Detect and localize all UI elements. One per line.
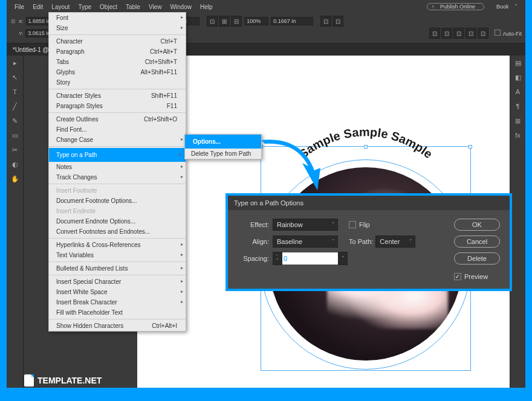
menu-file[interactable]: File bbox=[10, 4, 28, 10]
menu-item-hyperlinks[interactable]: Hyperlinks & Cross-References bbox=[49, 240, 186, 250]
menu-item-bulleted[interactable]: Bulleted & Numbered Lists bbox=[49, 263, 186, 274]
delete-button[interactable]: Delete bbox=[454, 252, 500, 265]
menu-item-breakchar[interactable]: Insert Break Character bbox=[49, 297, 186, 307]
menu-object[interactable]: Object bbox=[96, 4, 122, 10]
panel-icon[interactable]: A bbox=[510, 85, 525, 99]
type-on-path-dialog: Type on a Path Options Effect: Rainbow F… bbox=[225, 193, 512, 291]
menu-item-type-on-path[interactable]: Type on a Path bbox=[49, 148, 186, 162]
menu-item-font[interactable]: Font bbox=[49, 13, 186, 23]
ok-button[interactable]: OK bbox=[454, 219, 500, 231]
menubar: File Edit Layout Type Object Table View … bbox=[7, 0, 525, 13]
panel-icon[interactable]: ⊞ bbox=[510, 114, 525, 128]
tool[interactable]: ╱ bbox=[7, 99, 23, 114]
menu-help[interactable]: Help bbox=[196, 4, 217, 10]
effect-select[interactable]: Rainbow bbox=[273, 219, 338, 231]
tool[interactable]: ↖ bbox=[7, 70, 23, 85]
fit-icon[interactable]: ⊡ bbox=[453, 28, 464, 39]
menu-item-glyphs[interactable]: GlyphsAlt+Shift+F11 bbox=[49, 67, 186, 77]
menu-table[interactable]: Table bbox=[122, 4, 144, 10]
menu-item-convert[interactable]: Convert Footnotes and Endnotes... bbox=[49, 226, 186, 237]
panel-icon[interactable]: ¶ bbox=[510, 99, 525, 114]
document-icon bbox=[24, 374, 34, 387]
menu-item-parastyles[interactable]: Paragraph StylesF11 bbox=[49, 101, 186, 111]
flip-label: Flip bbox=[359, 221, 370, 228]
toolbar-icon[interactable]: ⊡ bbox=[332, 16, 343, 27]
toolbar-icon[interactable]: ⊞ bbox=[219, 16, 230, 27]
tool[interactable]: ▭ bbox=[7, 128, 23, 143]
menu-view[interactable]: View bbox=[144, 4, 166, 10]
book-dropdown[interactable]: Book ˅ bbox=[488, 4, 522, 10]
menu-item-hidden[interactable]: Show Hidden CharactersCtrl+Alt+I bbox=[49, 321, 186, 331]
preview-checkbox[interactable]: ✓ bbox=[454, 273, 461, 280]
menu-item-paragraph[interactable]: ParagraphCtrl+Alt+T bbox=[49, 47, 186, 57]
autofit-checkbox[interactable]: Auto-Fit bbox=[502, 31, 522, 37]
align-select[interactable]: Baseline bbox=[273, 236, 338, 248]
menu-item-endopts[interactable]: Document Endnote Options... bbox=[49, 216, 186, 226]
watermark: TEMPLATE.NET bbox=[24, 374, 102, 387]
fit-icon[interactable]: ⊡ bbox=[478, 28, 488, 39]
submenu-options[interactable]: Options... bbox=[185, 135, 261, 149]
measure-field[interactable]: 0.1667 in bbox=[271, 17, 313, 25]
menu-item-whitespace[interactable]: Insert White Space bbox=[49, 287, 186, 297]
dialog-title: Type on a Path Options bbox=[228, 196, 510, 210]
tools-panel: ▸ ↖ T ╱ ✎ ▭ ✂ ◐ ✋ bbox=[7, 56, 24, 388]
menu-item-track[interactable]: Track Changes bbox=[49, 172, 186, 182]
panel-icon[interactable]: fx bbox=[510, 128, 525, 143]
menu-window[interactable]: Window bbox=[166, 4, 196, 10]
tool[interactable]: ✎ bbox=[7, 114, 23, 128]
publish-online-button[interactable]: ↑ Publish Online bbox=[427, 3, 484, 10]
menu-item-insendnote: Insert Endnote bbox=[49, 206, 186, 216]
menu-item-footopts[interactable]: Document Footnote Options... bbox=[49, 196, 186, 206]
topath-select[interactable]: Center bbox=[375, 236, 415, 248]
tool[interactable]: ✂ bbox=[7, 143, 23, 157]
type-on-path-submenu: Options... Delete Type from Path bbox=[184, 134, 262, 159]
tool[interactable]: ✋ bbox=[7, 172, 23, 186]
panel-icon[interactable]: ▤ bbox=[510, 56, 525, 70]
menu-item-specialchar[interactable]: Insert Special Character bbox=[49, 277, 186, 287]
menu-item-outlines[interactable]: Create OutlinesCtrl+Shift+O bbox=[49, 114, 186, 124]
menu-item-insfootnote: Insert Footnote bbox=[49, 185, 186, 196]
tool[interactable]: T bbox=[7, 85, 23, 99]
panel-icon[interactable]: ◧ bbox=[510, 70, 525, 85]
menu-item-changecase[interactable]: Change Case bbox=[49, 135, 186, 145]
menu-item-character[interactable]: CharacterCtrl+T bbox=[49, 36, 186, 47]
fit-icon[interactable]: ⊡ bbox=[441, 28, 452, 39]
fit-icon[interactable]: ⊡ bbox=[429, 28, 440, 39]
menu-edit[interactable]: Edit bbox=[28, 4, 47, 10]
tutorial-arrow-icon bbox=[260, 139, 326, 193]
reference-point-icon[interactable]: ⊞ bbox=[10, 18, 16, 24]
fit-icon[interactable]: ⊡ bbox=[465, 28, 476, 39]
submenu-delete[interactable]: Delete Type from Path bbox=[185, 149, 261, 159]
type-menu-dropdown: Font Size CharacterCtrl+T ParagraphCtrl+… bbox=[48, 12, 186, 332]
menu-item-findfont[interactable]: Find Font... bbox=[49, 124, 186, 135]
spacing-input[interactable]: 0 bbox=[281, 252, 339, 265]
menu-item-textvars[interactable]: Text Variables bbox=[49, 250, 186, 260]
tool[interactable]: ▸ bbox=[7, 56, 23, 70]
spacing-label: Spacing: bbox=[238, 255, 269, 262]
menu-item-size[interactable]: Size bbox=[49, 23, 186, 33]
topath-label: To Path: bbox=[349, 238, 373, 245]
menu-item-charstyles[interactable]: Character StylesShift+F11 bbox=[49, 91, 186, 101]
align-label: Align: bbox=[238, 238, 269, 245]
tool[interactable]: ◐ bbox=[7, 157, 23, 172]
menu-item-story[interactable]: Story bbox=[49, 77, 186, 88]
scale-field[interactable]: 100% bbox=[244, 17, 268, 25]
menu-type[interactable]: Type bbox=[74, 4, 96, 10]
menu-item-notes[interactable]: Notes bbox=[49, 162, 186, 172]
menu-layout[interactable]: Layout bbox=[47, 4, 74, 10]
effect-label: Effect: bbox=[238, 221, 269, 228]
flip-checkbox[interactable] bbox=[349, 221, 356, 228]
cancel-button[interactable]: Cancel bbox=[454, 236, 500, 248]
toolbar-icon[interactable]: ⊡ bbox=[320, 16, 331, 27]
menu-item-tabs[interactable]: TabsCtrl+Shift+T bbox=[49, 57, 186, 67]
preview-label: Preview bbox=[464, 273, 488, 280]
toolbar-icon[interactable]: ⊡ bbox=[207, 16, 218, 27]
toolbar-icon[interactable]: ⊟ bbox=[231, 16, 242, 27]
menu-item-placeholder[interactable]: Fill with Placeholder Text bbox=[49, 307, 186, 318]
